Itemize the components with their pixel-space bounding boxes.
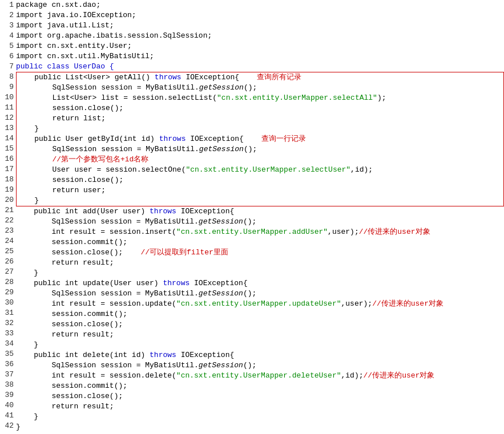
line-number: 17 <box>0 164 16 175</box>
code-segment: "cn.sxt.entity.UserMapper.selectUser" <box>186 165 350 174</box>
code-line: SqlSession session = MyBatisUtil.getSess… <box>16 217 504 227</box>
code-segment: IOException{ <box>182 73 257 82</box>
line-number: 36 <box>0 359 16 370</box>
line-number: 21 <box>0 205 16 216</box>
code-segment: getSession <box>199 289 243 298</box>
code-segment: session.close(); <box>17 104 123 112</box>
code-segment: throws <box>163 279 189 287</box>
line-number: 14 <box>0 133 16 144</box>
line-number: 12 <box>0 113 16 123</box>
code-segment: (); <box>244 145 257 153</box>
line-number: 40 <box>0 400 16 411</box>
code-line: int result = session.update("cn.sxt.enti… <box>16 299 504 309</box>
line-number: 23 <box>0 226 16 236</box>
code-segment: 查询一行记录 <box>261 135 306 143</box>
code-segment: "cn.sxt.entity.UserMapper.updateUser" <box>176 299 341 308</box>
code-segment: throws <box>150 351 176 359</box>
code-segment: "cn.sxt.entity.UserMapper.selectAll" <box>217 94 377 102</box>
code-segment: //可以提取到filter里面 <box>140 248 228 257</box>
code-segment: public int add(User user) <box>16 207 150 216</box>
code-line: package cn.sxt.dao; <box>16 0 504 10</box>
line-number: 11 <box>0 103 16 113</box>
line-number: 18 <box>0 175 16 185</box>
code-segment: 查询所有记录 <box>257 73 301 82</box>
code-segment: return result; <box>16 258 114 267</box>
code-segment: session.close(); <box>16 320 123 328</box>
code-segment: //传进来的user对象 <box>364 371 435 380</box>
code-segment: SqlSession session = MyBatisUtil. <box>17 83 199 92</box>
code-segment: int result = session.delete( <box>16 371 176 380</box>
line-number: 41 <box>0 411 16 421</box>
code-segment: (); <box>243 361 256 370</box>
line-number: 35 <box>0 349 16 359</box>
code-segment: //传进来的user对象 <box>359 228 430 236</box>
code-line: import java.io.IOException; <box>16 10 504 21</box>
line-number: 37 <box>0 370 16 380</box>
code-line: public List<User> getAll() throws IOExce… <box>17 72 503 83</box>
code-line: session.close(); <box>16 391 504 401</box>
code-line: return result; <box>16 401 504 412</box>
code-line: public class UserDao { <box>16 62 504 72</box>
code-segment: ,user); <box>341 299 373 308</box>
code-segment: (); <box>243 217 256 226</box>
code-segment: package cn.sxt.dao; <box>16 1 100 9</box>
line-number: 32 <box>0 318 16 328</box>
line-number: 1 <box>0 0 16 10</box>
code-segment: (); <box>243 289 256 298</box>
line-number: 8 <box>0 72 16 82</box>
code-line: } <box>16 268 504 278</box>
code-segment: public int update(User user) <box>16 279 163 287</box>
code-area[interactable]: package cn.sxt.dao;import java.io.IOExce… <box>16 0 504 432</box>
code-editor: 1234567891011121314151617181920212223242… <box>0 0 504 432</box>
code-line: } <box>17 124 503 134</box>
line-number: 6 <box>0 51 16 62</box>
code-line: session.close(); //可以提取到filter里面 <box>16 248 504 258</box>
code-line: } <box>16 422 504 432</box>
code-segment: (); <box>244 83 257 92</box>
code-segment: throws <box>150 207 176 216</box>
line-number: 42 <box>0 421 16 431</box>
line-number: 34 <box>0 339 16 349</box>
code-line: return user; <box>17 185 503 196</box>
code-line: public User getById(int id) throws IOExc… <box>17 134 503 144</box>
line-number: 5 <box>0 41 16 51</box>
code-segment: User user = session.selectOne( <box>17 165 186 174</box>
line-number: 30 <box>0 298 16 308</box>
line-number: 16 <box>0 154 16 164</box>
code-line: int result = session.insert("cn.sxt.enti… <box>16 227 504 237</box>
code-segment: public List<User> getAll() <box>17 73 155 82</box>
code-segment: //传进来的user对象 <box>372 299 443 308</box>
code-segment: int result = session.insert( <box>16 228 176 236</box>
code-segment: import cn.sxt.entity.User; <box>16 42 132 50</box>
code-line: int result = session.delete("cn.sxt.enti… <box>16 371 504 381</box>
code-segment: } <box>16 340 38 349</box>
code-segment: ); <box>377 94 386 102</box>
code-segment: SqlSession session = MyBatisUtil. <box>16 217 199 226</box>
code-segment: //第一个参数写包名+id名称 <box>17 155 148 164</box>
code-segment: } <box>16 412 38 421</box>
code-segment: throws <box>159 135 186 143</box>
code-segment: } <box>17 124 39 133</box>
line-number: 29 <box>0 287 16 298</box>
code-line: List<User> list = session.selectList("cn… <box>17 93 503 103</box>
code-segment: List<User> list = session.selectList( <box>17 94 217 102</box>
code-segment: getSession <box>199 83 244 92</box>
code-line: session.commit(); <box>16 309 504 319</box>
code-segment: IOException{ <box>189 279 247 287</box>
line-number: 27 <box>0 267 16 277</box>
line-number: 31 <box>0 308 16 318</box>
line-number-gutter: 1234567891011121314151617181920212223242… <box>0 0 16 432</box>
line-number: 39 <box>0 390 16 400</box>
code-segment: getSession <box>199 145 244 153</box>
line-number: 10 <box>0 92 16 103</box>
code-segment: IOException{ <box>176 351 234 359</box>
line-number: 3 <box>0 21 16 31</box>
code-segment: getSession <box>199 361 243 370</box>
code-line: return result; <box>16 330 504 340</box>
code-segment: } <box>16 269 38 277</box>
code-line: SqlSession session = MyBatisUtil.getSess… <box>17 144 503 155</box>
code-line: SqlSession session = MyBatisUtil.getSess… <box>17 83 503 93</box>
code-segment: return user; <box>17 186 106 194</box>
code-line: public int delete(int id) throws IOExcep… <box>16 350 504 360</box>
code-line: public int add(User user) throws IOExcep… <box>16 206 504 217</box>
